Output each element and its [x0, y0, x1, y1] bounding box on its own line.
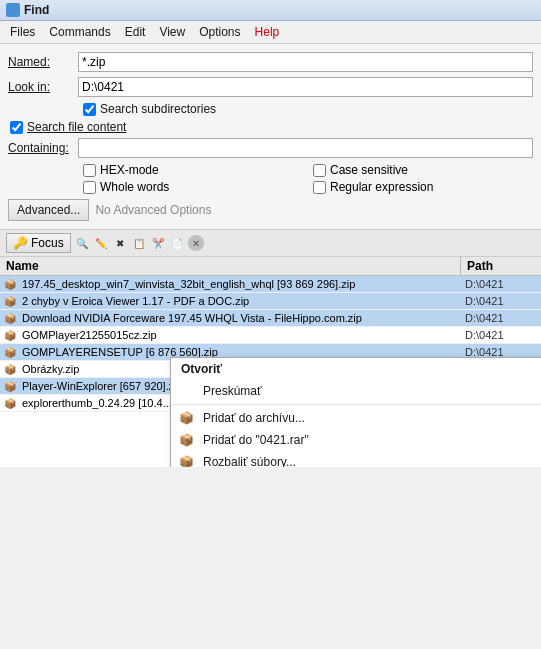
context-menu-item[interactable]: 📦Rozbaliť súbory...	[171, 451, 541, 467]
context-menu-item-label: Rozbaliť súbory...	[203, 455, 296, 467]
table-row[interactable]: 📦Download NVIDIA Forceware 197.45 WHQL V…	[0, 310, 541, 327]
context-menu-item-label: Pridať do "0421.rar"	[203, 433, 309, 447]
search-form: Named: Look in: Search subdirectories Se…	[0, 44, 541, 230]
whole-words-label: Whole words	[100, 180, 169, 194]
zip-file-icon: 📦	[2, 277, 18, 291]
menu-commands[interactable]: Commands	[43, 23, 116, 41]
zip-file-icon: 📦	[2, 345, 18, 359]
case-sensitive-checkbox[interactable]	[313, 164, 326, 177]
whole-words-checkbox[interactable]	[83, 181, 96, 194]
context-menu-separator	[171, 404, 541, 405]
delete-toolbar-icon[interactable]: ✖	[112, 235, 128, 251]
hex-mode-option: HEX-mode	[83, 163, 303, 177]
file-name: GOMPlayer21255015cz.zip	[20, 328, 461, 342]
col-path-header: Path	[461, 257, 541, 275]
focus-label: Focus	[31, 236, 64, 250]
file-name: 2 chyby v Eroica Viewer 1.17 - PDF a DOC…	[20, 294, 461, 308]
search-subdirs-checkbox[interactable]	[83, 103, 96, 116]
menu-edit[interactable]: Edit	[119, 23, 152, 41]
case-sensitive-label: Case sensitive	[330, 163, 408, 177]
file-path: D:\0421	[461, 294, 541, 308]
context-menu-item-label: Pridať do archívu...	[203, 411, 305, 425]
close-toolbar-button[interactable]: ✕	[188, 235, 204, 251]
cut-toolbar-icon[interactable]: ✂️	[150, 235, 166, 251]
copy-toolbar-icon[interactable]: 📋	[131, 235, 147, 251]
options-grid: HEX-mode Case sensitive Whole words Regu…	[83, 163, 533, 194]
context-menu-item[interactable]: Otvoriť	[171, 358, 541, 380]
context-menu-item[interactable]: 📦Pridať do archívu...	[171, 407, 541, 429]
regex-option: Regular expression	[313, 180, 533, 194]
toolbar: 🔑 Focus 🔍 ✏️ ✖ 📋 ✂️ 📄 ✕	[0, 230, 541, 257]
containing-label: Containing:	[8, 141, 78, 155]
lookin-row: Look in:	[8, 77, 533, 97]
context-menu-item-label: Otvoriť	[181, 362, 222, 376]
zip-file-icon: 📦	[2, 379, 18, 393]
lookin-label: Look in:	[8, 80, 78, 94]
edit-toolbar-icon[interactable]: ✏️	[93, 235, 109, 251]
zip-file-icon: 📦	[2, 311, 18, 325]
advanced-options-text: No Advanced Options	[95, 203, 211, 217]
search-file-content-label: Search file content	[27, 120, 126, 134]
file-name: Download NVIDIA Forceware 197.45 WHQL Vi…	[20, 311, 461, 325]
app-icon	[6, 3, 20, 17]
file-path: D:\0421	[461, 311, 541, 325]
search-toolbar-icon[interactable]: 🔍	[74, 235, 90, 251]
table-row[interactable]: 📦2 chyby v Eroica Viewer 1.17 - PDF a DO…	[0, 293, 541, 310]
regex-label: Regular expression	[330, 180, 433, 194]
menu-view[interactable]: View	[153, 23, 191, 41]
menu-files[interactable]: Files	[4, 23, 41, 41]
zip-file-icon: 📦	[2, 362, 18, 376]
zip-file-icon: 📦	[2, 328, 18, 342]
menu-help[interactable]: Help	[249, 23, 286, 41]
hex-mode-label: HEX-mode	[100, 163, 159, 177]
zip-file-icon: 📦	[2, 294, 18, 308]
title-text: Find	[24, 3, 49, 17]
focus-icon: 🔑	[13, 236, 28, 250]
results-header: Name Path	[0, 257, 541, 276]
hex-mode-checkbox[interactable]	[83, 164, 96, 177]
table-row[interactable]: 📦197.45_desktop_win7_winvista_32bit_engl…	[0, 276, 541, 293]
search-file-content-checkbox[interactable]	[10, 121, 23, 134]
focus-button[interactable]: 🔑 Focus	[6, 233, 71, 253]
containing-input[interactable]	[78, 138, 533, 158]
context-menu-item-icon: 📦	[179, 455, 194, 467]
named-label: Named:	[8, 55, 78, 69]
results-panel: Name Path 📦197.45_desktop_win7_winvista_…	[0, 257, 541, 467]
regex-checkbox[interactable]	[313, 181, 326, 194]
context-menu-item-icon: 📦	[179, 433, 194, 447]
zip-file-icon: 📦	[2, 396, 18, 410]
context-menu-item[interactable]: Preskúmať	[171, 380, 541, 402]
file-name: 197.45_desktop_win7_winvista_32bit_engli…	[20, 277, 461, 291]
advanced-row: Advanced... No Advanced Options	[8, 199, 533, 221]
menu-bar: Files Commands Edit View Options Help	[0, 21, 541, 44]
paste-toolbar-icon[interactable]: 📄	[169, 235, 185, 251]
menu-options[interactable]: Options	[193, 23, 246, 41]
context-menu-item[interactable]: 📦Pridať do "0421.rar"	[171, 429, 541, 451]
search-subdirs-row: Search subdirectories	[8, 102, 533, 116]
whole-words-option: Whole words	[83, 180, 303, 194]
title-bar: Find	[0, 0, 541, 21]
file-path: D:\0421	[461, 328, 541, 342]
context-menu: OtvoriťPreskúmať📦Pridať do archívu...📦Pr…	[170, 357, 541, 467]
lookin-input[interactable]	[78, 77, 533, 97]
named-row: Named:	[8, 52, 533, 72]
col-name-header: Name	[0, 257, 461, 275]
search-file-content-row: Search file content	[8, 120, 533, 134]
containing-row: Containing:	[8, 138, 533, 158]
advanced-button[interactable]: Advanced...	[8, 199, 89, 221]
named-input[interactable]	[78, 52, 533, 72]
context-menu-item-icon: 📦	[179, 411, 194, 425]
file-path: D:\0421	[461, 277, 541, 291]
context-menu-item-label: Preskúmať	[203, 384, 262, 398]
table-row[interactable]: 📦GOMPlayer21255015cz.zipD:\0421	[0, 327, 541, 344]
search-subdirs-label: Search subdirectories	[100, 102, 216, 116]
case-sensitive-option: Case sensitive	[313, 163, 533, 177]
